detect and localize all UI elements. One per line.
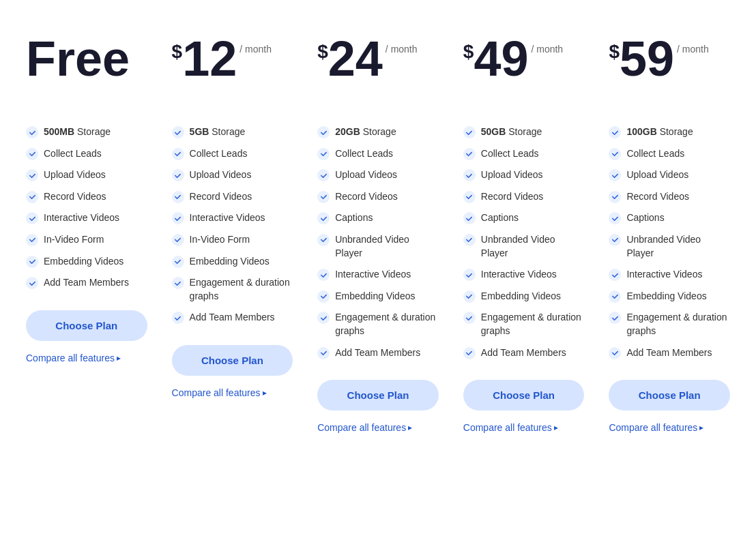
plan-dollar-49: $ (463, 41, 474, 63)
feature-text: Collect Leads (626, 147, 684, 161)
plan-price-number-12: 12 (182, 34, 237, 83)
checkmark-icon (463, 169, 476, 181)
checkmark-icon (26, 148, 38, 160)
list-item: Add Team Members (317, 346, 439, 360)
checkmark-icon (463, 212, 476, 224)
list-item: 100GB Storage (609, 125, 730, 139)
compare-arrow-icon: ▸ (554, 423, 558, 432)
list-item: In-Video Form (172, 233, 293, 247)
plan-header-59: $59/ month (609, 34, 730, 109)
plan-dollar-59: $ (609, 41, 620, 63)
plan-price-number-49: 49 (474, 34, 528, 83)
feature-text: Interactive Videos (626, 268, 702, 282)
checkmark-icon (609, 169, 621, 181)
choose-plan-button-59[interactable]: Choose Plan (609, 380, 730, 410)
checkmark-icon (317, 191, 330, 203)
list-item: Record Videos (26, 190, 147, 204)
checkmark-icon (26, 277, 38, 289)
checkmark-icon (609, 212, 621, 224)
checkmark-icon (317, 148, 330, 160)
checkmark-icon (317, 269, 330, 281)
feature-text: Collect Leads (44, 147, 102, 161)
feature-text: 5GB Storage (190, 125, 246, 139)
feature-text: Upload Videos (190, 168, 252, 182)
features-list-59: 100GB Storage Collect Leads Upload Video… (609, 125, 730, 359)
checkmark-icon (317, 234, 330, 246)
feature-text: Engagement & duration graphs (190, 276, 293, 303)
compare-features-link-49[interactable]: Compare all features ▸ (463, 422, 558, 433)
feature-text: Collect Leads (190, 147, 248, 161)
list-item: 5GB Storage (172, 125, 293, 139)
plan-header-49: $49/ month (463, 34, 585, 109)
checkmark-icon (26, 169, 38, 181)
choose-plan-button-24[interactable]: Choose Plan (317, 380, 439, 410)
checkmark-icon (26, 126, 38, 138)
compare-link-text: Compare all features (317, 422, 406, 433)
feature-text: Record Videos (335, 190, 398, 204)
features-list-24: 20GB Storage Collect Leads Upload Videos… (317, 125, 439, 359)
feature-text: Upload Videos (44, 168, 106, 182)
list-item: Engagement & duration graphs (172, 276, 293, 303)
list-item: Collect Leads (317, 147, 439, 161)
feature-text: Engagement & duration graphs (481, 311, 585, 338)
plan-col-24: $24/ month 20GB Storage Collect Leads Up… (305, 20, 451, 447)
list-item: Upload Videos (172, 168, 293, 182)
plan-per-month-24: / month (386, 44, 418, 55)
list-item: Embedding Videos (317, 290, 439, 303)
feature-text: Interactive Videos (44, 211, 119, 225)
feature-text: 50GB Storage (481, 125, 542, 139)
checkmark-icon (172, 126, 184, 138)
plan-price-row-24: $24/ month (317, 34, 439, 83)
feature-bold-text: 50GB (481, 126, 506, 137)
checkmark-icon (463, 234, 476, 246)
choose-plan-button-49[interactable]: Choose Plan (463, 380, 585, 410)
feature-text: Record Videos (190, 190, 252, 204)
list-item: Unbranded Video Player (609, 233, 730, 260)
list-item: Interactive Videos (317, 268, 439, 282)
checkmark-icon (172, 191, 184, 203)
feature-text: 20GB Storage (335, 125, 396, 139)
list-item: Upload Videos (609, 168, 730, 182)
feature-text: In-Video Form (190, 233, 250, 247)
choose-plan-button-12[interactable]: Choose Plan (172, 345, 293, 376)
compare-link-text: Compare all features (172, 387, 261, 398)
feature-text: Unbranded Video Player (481, 233, 585, 260)
feature-text: Embedding Videos (481, 290, 561, 303)
checkmark-icon (609, 290, 621, 303)
compare-features-link-12[interactable]: Compare all features ▸ (172, 387, 267, 398)
feature-text: Record Videos (44, 190, 106, 204)
list-item: Record Videos (317, 190, 439, 204)
list-item: Add Team Members (609, 346, 730, 360)
checkmark-icon (609, 269, 621, 281)
plan-col-49: $49/ month 50GB Storage Collect Leads Up… (451, 20, 597, 447)
choose-plan-button-free[interactable]: Choose Plan (26, 310, 147, 341)
list-item: 500MB Storage (26, 125, 147, 139)
list-item: Collect Leads (172, 147, 293, 161)
feature-text: Upload Videos (335, 168, 397, 182)
compare-features-link-59[interactable]: Compare all features ▸ (609, 422, 703, 433)
feature-text: Add Team Members (481, 346, 566, 360)
checkmark-icon (317, 347, 330, 359)
checkmark-icon (172, 212, 184, 224)
feature-text: 100GB Storage (626, 125, 693, 139)
checkmark-icon (317, 212, 330, 224)
feature-text: Captions (335, 211, 373, 225)
checkmark-icon (172, 277, 184, 289)
plan-dollar-12: $ (172, 41, 183, 63)
checkmark-icon (463, 126, 476, 138)
checkmark-icon (317, 312, 330, 324)
list-item: Add Team Members (26, 276, 147, 290)
checkmark-icon (463, 347, 476, 359)
checkmark-icon (172, 312, 184, 324)
feature-text: Embedding Videos (190, 255, 270, 269)
compare-features-link-24[interactable]: Compare all features ▸ (317, 422, 412, 433)
feature-text: Embedding Videos (626, 290, 706, 303)
compare-features-link-free[interactable]: Compare all features ▸ (26, 353, 121, 363)
checkmark-icon (609, 312, 621, 324)
list-item: Collect Leads (609, 147, 730, 161)
feature-text: In-Video Form (44, 233, 104, 247)
feature-text: Embedding Videos (44, 255, 123, 269)
list-item: Embedding Videos (26, 255, 147, 269)
list-item: Captions (609, 211, 730, 225)
feature-text: Record Videos (626, 190, 689, 204)
